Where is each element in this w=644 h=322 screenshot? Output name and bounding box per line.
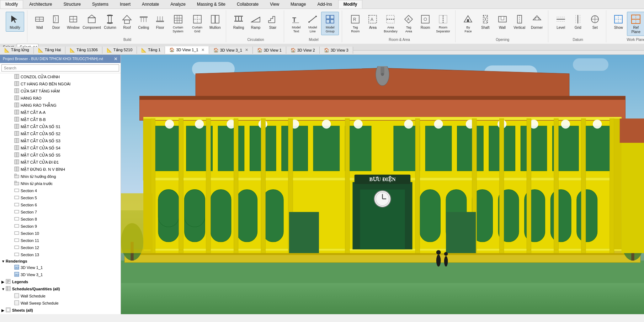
- model-text-icon: T: [291, 14, 302, 25]
- btn-ceiling[interactable]: Ceiling: [135, 12, 151, 32]
- tab-modify-active[interactable]: Modify: [338, 0, 363, 9]
- btn-tag-room[interactable]: R Tag Room: [346, 12, 364, 35]
- list-item[interactable]: MẶT CẮT CỬA SỐ S3: [0, 137, 121, 144]
- btn-model-group[interactable]: Model Group: [321, 12, 339, 35]
- tab-annotate[interactable]: Annotate: [137, 0, 164, 9]
- list-item[interactable]: MẶT CẮT B-B: [0, 116, 121, 123]
- tab-tang-1[interactable]: 📐 Tầng 1: [137, 47, 165, 54]
- list-item[interactable]: CỬA SÁT TẦNG HẦM: [0, 88, 121, 95]
- btn-grid[interactable]: Grid: [570, 12, 586, 32]
- tab-massing[interactable]: Massing & Site: [192, 0, 231, 9]
- btn-tag-area[interactable]: A Tag Area: [400, 12, 417, 35]
- btn-set[interactable]: Set: [587, 12, 603, 32]
- btn-area-boundary[interactable]: Area Boundary: [381, 12, 400, 35]
- tab-tang-hai[interactable]: 📐 Tầng Hai: [34, 47, 66, 54]
- list-item[interactable]: CONZOL CỬA CHÍNH: [0, 73, 121, 80]
- tab-tang-lung[interactable]: 📐 Tầng lửng: [0, 47, 34, 54]
- btn-dormer[interactable]: Dormer: [528, 12, 545, 32]
- tab-3d-view-3[interactable]: 🏠 3D View 3: [320, 47, 353, 54]
- tab-3d-view-3-1-close[interactable]: ✕: [245, 48, 248, 52]
- list-item-wall-sweep-schedule[interactable]: Wall Sweep Schedule: [0, 300, 121, 307]
- btn-column[interactable]: Column: [102, 12, 118, 32]
- list-item[interactable]: Section 10: [0, 230, 121, 237]
- btn-room-separator[interactable]: Room Separator: [434, 12, 452, 35]
- btn-by-face[interactable]: By Face: [460, 12, 477, 35]
- list-item-wall-schedule[interactable]: Wall Schedule: [0, 292, 121, 300]
- tab-collaborate[interactable]: Collaborate: [231, 0, 264, 9]
- tab-systems[interactable]: Systems: [87, 0, 114, 9]
- search-input[interactable]: [1, 64, 119, 72]
- btn-floor[interactable]: Floor: [152, 12, 168, 32]
- btn-roof[interactable]: Roof: [119, 12, 135, 32]
- list-item[interactable]: MẶT CẮT CỬA ĐI Đ1: [0, 159, 121, 166]
- tab-addins[interactable]: Add-Ins: [312, 0, 337, 9]
- btn-area[interactable]: A Area: [365, 12, 380, 32]
- btn-show[interactable]: Show: [611, 12, 626, 32]
- project-browser-close[interactable]: ✕: [114, 56, 118, 62]
- btn-window[interactable]: Window: [65, 12, 82, 32]
- btn-curtain-system[interactable]: Curtain System: [169, 12, 187, 35]
- list-item[interactable]: MẶT ĐỨNG Đ. N V BÌNH: [0, 166, 121, 173]
- building-scene[interactable]: BƯU ĐIỆN: [121, 55, 644, 314]
- btn-vertical[interactable]: Vertical: [511, 12, 528, 32]
- btn-ref-plane[interactable]: Ref Plane: [627, 12, 644, 36]
- list-item[interactable]: HÀNG RÀO THẲNG: [0, 102, 121, 109]
- tab-architecture[interactable]: Architecture: [24, 0, 57, 9]
- list-item[interactable]: Nhìn từ phía trước: [0, 180, 121, 187]
- list-item[interactable]: CT HÀNG RÀO BÊN NGOÀI: [0, 80, 121, 88]
- btn-model-text[interactable]: T Model Text: [288, 12, 304, 35]
- tab-3d-view-3-1-label: 3D View 3_1: [220, 48, 242, 52]
- list-item[interactable]: HÀNG RÀO: [0, 95, 121, 102]
- tab-3d-view-3-1[interactable]: 🏠 3D View 3_1 ✕: [209, 47, 253, 54]
- btn-curtain-grid[interactable]: Curtain Grid: [188, 12, 207, 35]
- tab-structure[interactable]: Structure: [58, 0, 86, 9]
- renderings-header[interactable]: ▼ Renderings: [0, 258, 121, 264]
- list-item[interactable]: Section 13: [0, 251, 121, 258]
- btn-railing[interactable]: Railing: [230, 12, 247, 32]
- legends-header[interactable]: ▶ Legends: [0, 278, 121, 285]
- btn-shaft[interactable]: Shaft: [477, 12, 494, 32]
- schedules-header[interactable]: ▼ Schedules/Quantities (all): [0, 285, 121, 292]
- btn-room[interactable]: Room: [417, 12, 433, 32]
- list-item[interactable]: Section 5: [0, 194, 121, 201]
- btn-ramp[interactable]: Ramp: [248, 12, 264, 32]
- tab-3d-view-1-1[interactable]: 🏠 3D View 1_1 ✕: [165, 46, 209, 54]
- sheets-header[interactable]: ▶ Sheets (all): [0, 307, 121, 314]
- list-item[interactable]: MẶT CẮT CỬA SỐ S5: [0, 152, 121, 159]
- tab-3d-view-2[interactable]: 🏠 3D View 2: [286, 47, 320, 54]
- list-item-3dview-3-1[interactable]: 3D 3D View 3_1: [0, 271, 121, 278]
- list-item[interactable]: Section 8: [0, 216, 121, 223]
- list-item[interactable]: Nhìn từ hướng đông: [0, 173, 121, 180]
- list-item[interactable]: Section 11: [0, 237, 121, 244]
- 3d-icon-5: 🏠: [324, 48, 329, 53]
- btn-level[interactable]: Level: [553, 12, 569, 32]
- tab-insert[interactable]: Insert: [115, 0, 136, 9]
- list-item[interactable]: Section 4: [0, 187, 121, 194]
- btn-wall[interactable]: Wall: [32, 12, 48, 32]
- list-item[interactable]: Section 6: [0, 201, 121, 208]
- tab-modify[interactable]: Modify: [0, 0, 23, 9]
- list-item[interactable]: MẶT CẮT CỬA SỐ S1: [0, 123, 121, 130]
- tab-3d-view-1[interactable]: 🏠 3D View 1: [253, 47, 286, 54]
- list-item-3dview-1-1[interactable]: 3D 3D View 1_1: [0, 264, 121, 271]
- btn-component[interactable]: Component: [83, 12, 101, 32]
- btn-mullion[interactable]: Mullion: [207, 12, 223, 32]
- list-item[interactable]: Section 12: [0, 244, 121, 251]
- btn-door[interactable]: Door: [48, 12, 64, 32]
- tab-view[interactable]: View: [265, 0, 284, 9]
- list-item[interactable]: Section 9: [0, 223, 121, 230]
- btn-modify[interactable]: Modify: [6, 12, 24, 32]
- list-item[interactable]: MẶT CẮT CỬA SỐ S4: [0, 144, 121, 152]
- tab-analyze[interactable]: Analyze: [165, 0, 191, 9]
- list-item[interactable]: MẶT CẮT CỬA SỐ S2: [0, 130, 121, 137]
- list-item[interactable]: Section 7: [0, 208, 121, 216]
- tab-tang-11306[interactable]: 📐 Tầng 11306: [65, 47, 102, 54]
- btn-wall-opening[interactable]: Wall: [494, 12, 511, 32]
- tab-manage[interactable]: Manage: [285, 0, 311, 9]
- btn-model-line[interactable]: Model Line: [305, 12, 320, 35]
- tab-tang-5210[interactable]: 📐 Tầng 5210: [102, 47, 137, 54]
- tab-3d-view-1-1-close[interactable]: ✕: [201, 48, 204, 52]
- list-item[interactable]: MẶT CẮT A-A: [0, 109, 121, 116]
- btn-stair[interactable]: Stair: [265, 12, 281, 32]
- 3d-view-icon-2: 3D: [14, 272, 19, 278]
